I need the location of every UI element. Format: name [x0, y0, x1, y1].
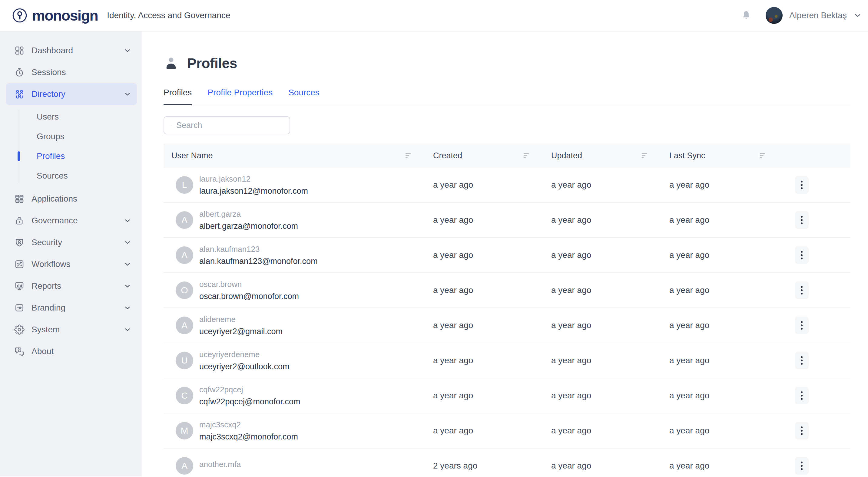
row-created: a year ago [430, 168, 548, 202]
row-updated: a year ago [548, 378, 666, 413]
table-row[interactable]: A alan.kaufman123alan.kaufman123@monofor… [163, 238, 850, 273]
row-actions-menu-button[interactable] [795, 316, 809, 334]
sidebar-item-sessions[interactable]: Sessions [6, 62, 137, 83]
sidebar-item-label: Branding [31, 303, 65, 313]
column-header-last-sync: Last Sync [669, 151, 705, 161]
sidebar-item-groups[interactable]: Groups [0, 127, 142, 146]
magic-wand-icon [14, 259, 25, 269]
stopwatch-icon [14, 67, 25, 77]
sidebar-item-label: Directory [31, 89, 65, 99]
dashboard-icon [14, 45, 25, 56]
row-actions-menu-button[interactable] [795, 246, 809, 264]
avatar: O [176, 281, 193, 299]
sort-icon[interactable] [524, 153, 531, 158]
row-created: a year ago [430, 308, 548, 343]
gear-icon [14, 325, 25, 335]
table-row[interactable]: M majc3scxq2majc3scxq2@monofor.com a yea… [163, 413, 850, 448]
sidebar-item-profiles[interactable]: Profiles [0, 146, 142, 166]
row-created: a year ago [430, 343, 548, 378]
notifications-bell-icon[interactable] [741, 10, 752, 21]
sidebar-item-label: Sessions [31, 68, 66, 77]
sidebar-item-directory[interactable]: Directory [6, 83, 137, 105]
row-actions-menu-button[interactable] [795, 211, 809, 229]
search-input[interactable] [176, 121, 283, 130]
sidebar-item-about[interactable]: About [6, 341, 137, 362]
sort-icon[interactable] [642, 153, 650, 158]
sort-icon[interactable] [760, 153, 768, 158]
row-email: oscar.brown@monofor.com [199, 292, 299, 301]
row-username: another.mfa [199, 460, 241, 469]
table-row[interactable]: U uceyriyerdenemeuceyriyer2@outlook.com … [163, 343, 850, 378]
chevron-down-icon [124, 282, 131, 290]
tab-profiles[interactable]: Profiles [163, 88, 192, 105]
table-row[interactable]: A another.mfa 2 years ago a year ago a y… [163, 448, 850, 477]
directory-submenu: Users Groups Profiles Sources [0, 107, 142, 185]
sidebar-item-governance[interactable]: Governance [6, 210, 137, 232]
top-bar: monosign Identity, Access and Governance… [0, 0, 868, 32]
sidebar-item-branding[interactable]: Branding [6, 297, 137, 319]
column-header-created: Created [433, 151, 462, 161]
row-actions-menu-button[interactable] [795, 422, 809, 440]
row-actions-menu-button[interactable] [795, 457, 809, 475]
user-avatar [766, 7, 783, 24]
row-actions-menu-button[interactable] [795, 281, 809, 299]
row-email: cqfw22pqcej@monofor.com [199, 397, 301, 407]
sidebar-item-system[interactable]: System [6, 319, 137, 341]
row-username: uceyriyerdeneme [199, 350, 289, 359]
row-username: oscar.brown [199, 280, 299, 289]
sidebar-item-label: Security [31, 238, 62, 247]
table-row[interactable]: A albert.garzaalbert.garza@monofor.com a… [163, 203, 850, 238]
row-last-sync: a year ago [666, 308, 784, 343]
row-updated: a year ago [548, 203, 666, 237]
sidebar-item-dashboard[interactable]: Dashboard [6, 40, 137, 62]
sidebar-item-label: About [31, 346, 54, 356]
page-title: Profiles [187, 55, 237, 71]
sidebar-item-reports[interactable]: Reports [6, 275, 137, 297]
row-email: laura.jakson12@monofor.com [199, 186, 308, 196]
tab-sources[interactable]: Sources [288, 88, 319, 105]
report-chart-icon [14, 281, 25, 291]
chevron-down-icon [124, 238, 131, 246]
row-actions-menu-button[interactable] [795, 352, 809, 369]
user-menu[interactable]: Alperen Bektaş [766, 7, 862, 24]
tab-profile-properties[interactable]: Profile Properties [208, 88, 273, 105]
directory-users-icon [14, 89, 25, 99]
chevron-down-icon [124, 260, 131, 268]
avatar: A [176, 316, 193, 334]
table-row[interactable]: O oscar.brownoscar.brown@monofor.com a y… [163, 273, 850, 308]
sidebar-item-label: Reports [31, 281, 61, 291]
row-username: alan.kaufman123 [199, 244, 318, 254]
row-last-sync: a year ago [666, 168, 784, 202]
sort-icon[interactable] [406, 153, 413, 158]
brand-logo-link[interactable]: monosign Identity, Access and Governance [12, 7, 230, 24]
table-row[interactable]: C cqfw22pqcejcqfw22pqcej@monofor.com a y… [163, 378, 850, 413]
sidebar-item-label: Workflows [31, 260, 70, 269]
avatar: M [176, 422, 193, 440]
applications-grid-icon [14, 194, 25, 204]
sidebar-item-security[interactable]: Security [6, 232, 137, 253]
sidebar-item-users[interactable]: Users [0, 107, 142, 127]
row-email: uceyriyer2@outlook.com [199, 362, 289, 371]
chevron-down-icon [124, 304, 131, 312]
avatar: L [176, 176, 193, 194]
row-username: cqfw22pqcej [199, 385, 301, 395]
row-actions-menu-button[interactable] [795, 176, 809, 194]
sidebar-item-workflows[interactable]: Workflows [6, 253, 137, 275]
row-last-sync: a year ago [666, 238, 784, 272]
branding-sliders-icon [14, 303, 25, 313]
monosign-logo-icon [12, 8, 27, 23]
sidebar-item-applications[interactable]: Applications [6, 188, 137, 210]
row-last-sync: a year ago [666, 378, 784, 413]
avatar: A [176, 246, 193, 264]
table-row[interactable]: A alidenemeuceyriyer2@gmail.com a year a… [163, 308, 850, 343]
table-row[interactable]: L laura.jakson12laura.jakson12@monofor.c… [163, 168, 850, 203]
row-last-sync: a year ago [666, 413, 784, 448]
sidebar-item-label: Dashboard [31, 46, 73, 56]
shield-user-icon [14, 237, 25, 247]
lock-icon [14, 215, 25, 226]
row-actions-menu-button[interactable] [795, 387, 809, 404]
sidebar-item-label: Applications [31, 194, 77, 204]
column-header-user-name: User Name [172, 151, 213, 161]
sidebar-item-sources[interactable]: Sources [0, 166, 142, 185]
sidebar: Dashboard Sessions Directory [0, 32, 142, 476]
